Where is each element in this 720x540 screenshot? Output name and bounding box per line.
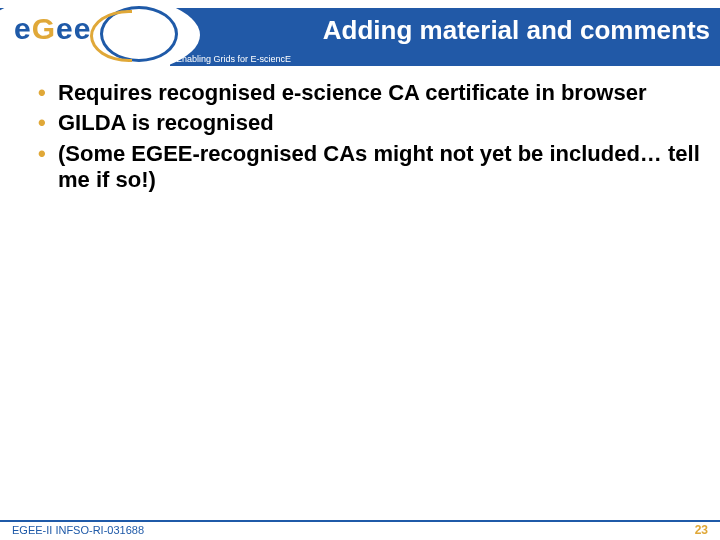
page-number: 23 [695,523,708,537]
footer-reference: EGEE-II INFSO-RI-031688 [12,524,144,536]
list-item: GILDA is recognised [30,110,700,136]
logo-letter: e [56,12,74,45]
slide-body: Requires recognised e-science CA certifi… [30,80,700,198]
bullet-list: Requires recognised e-science CA certifi… [30,80,700,194]
tagline-bar: Enabling Grids for E-sciencE [170,52,720,66]
slide: Adding material and comments Enabling Gr… [0,0,720,540]
slide-title: Adding material and comments [323,15,710,46]
list-item: Requires recognised e-science CA certifi… [30,80,700,106]
list-item: (Some EGEE-recognised CAs might not yet … [30,141,700,194]
egee-logo: eGee [14,12,91,46]
logo-letter: G [32,12,56,45]
slide-footer: EGEE-II INFSO-RI-031688 23 [0,520,720,540]
slide-header: Adding material and comments Enabling Gr… [0,0,720,66]
tagline-text: Enabling Grids for E-sciencE [176,54,291,64]
logo-letter: e [14,12,32,45]
logo-letter: e [74,12,92,45]
